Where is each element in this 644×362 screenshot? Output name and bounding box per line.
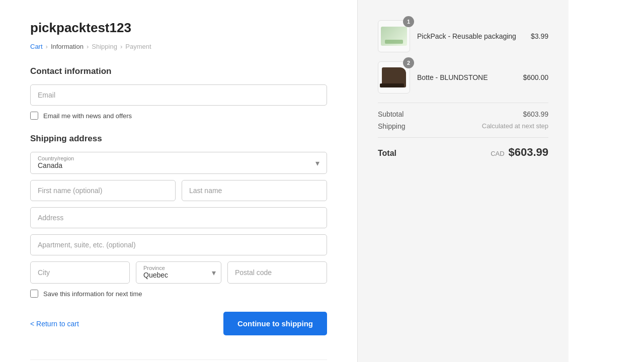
item-info-1: Botte - BLUNDSTONE bbox=[417, 73, 516, 81]
actions-row: < Return to cart Continue to shipping bbox=[30, 312, 327, 335]
breadcrumb-sep-3: › bbox=[120, 43, 122, 50]
last-name-field[interactable] bbox=[182, 180, 327, 201]
item-price-0: $3.99 bbox=[531, 32, 548, 40]
province-chevron-icon: ▾ bbox=[212, 268, 216, 278]
province-value: Quebec bbox=[143, 271, 168, 279]
first-name-field[interactable] bbox=[30, 180, 176, 201]
item-info-0: PickPack - Reusable packaging bbox=[417, 32, 524, 40]
item-price-1: $600.00 bbox=[523, 73, 548, 81]
save-checkbox[interactable] bbox=[30, 290, 38, 298]
contact-title: Contact information bbox=[30, 66, 327, 76]
total-amount-wrapper: CAD $603.99 bbox=[491, 146, 548, 159]
order-divider bbox=[378, 103, 548, 103]
city-field[interactable] bbox=[30, 261, 130, 284]
item-img-wrapper-0: 1 bbox=[378, 20, 410, 52]
item-name-1: Botte - BLUNDSTONE bbox=[417, 73, 516, 81]
save-label: Save this information for next time bbox=[43, 290, 142, 298]
address-field[interactable] bbox=[30, 207, 327, 228]
order-item-1: 2 Botte - BLUNDSTONE $600.00 bbox=[378, 61, 548, 94]
breadcrumb-shipping: Shipping bbox=[92, 43, 117, 50]
country-value: Canada bbox=[38, 161, 62, 169]
news-label: Email me with news and offers bbox=[43, 112, 132, 120]
save-checkbox-row: Save this information for next time bbox=[30, 290, 327, 298]
total-currency: CAD bbox=[491, 150, 504, 157]
country-select[interactable]: Country/region Canada ▾ bbox=[30, 152, 327, 174]
shipping-value: Calculated at next step bbox=[482, 122, 548, 130]
footer-text: All rights reserved pickpacktest123 bbox=[30, 359, 327, 362]
postal-field[interactable] bbox=[227, 261, 327, 284]
apartment-group bbox=[30, 234, 327, 255]
email-field[interactable] bbox=[30, 84, 327, 106]
province-label: Province bbox=[143, 265, 214, 271]
total-amount: $603.99 bbox=[508, 146, 548, 158]
item-img-wrapper-1: 2 bbox=[378, 61, 410, 94]
city-province-postal-row: Province Quebec ▾ bbox=[30, 261, 327, 284]
chevron-down-icon: ▾ bbox=[315, 158, 319, 168]
item-name-0: PickPack - Reusable packaging bbox=[417, 32, 524, 40]
country-group: Country/region Canada ▾ bbox=[30, 152, 327, 174]
breadcrumb: Cart › Information › Shipping › Payment bbox=[30, 43, 327, 50]
shipping-label: Shipping bbox=[378, 122, 406, 130]
breadcrumb-information: Information bbox=[51, 43, 84, 50]
news-checkbox[interactable] bbox=[30, 112, 38, 120]
pickpack-image bbox=[381, 27, 407, 46]
order-divider-2 bbox=[378, 137, 548, 138]
apartment-field[interactable] bbox=[30, 234, 327, 255]
address-group bbox=[30, 207, 327, 228]
news-checkbox-row: Email me with news and offers bbox=[30, 112, 327, 120]
province-select[interactable]: Province Quebec ▾ bbox=[136, 261, 221, 284]
order-items-list: 1 PickPack - Reusable packaging $3.99 2 … bbox=[378, 20, 548, 94]
shipping-title: Shipping address bbox=[30, 134, 327, 144]
subtotal-row: Subtotal $603.99 bbox=[378, 110, 548, 118]
item-badge-1: 2 bbox=[403, 57, 414, 68]
order-summary-panel: 1 PickPack - Reusable packaging $3.99 2 … bbox=[357, 0, 569, 362]
subtotal-value: $603.99 bbox=[523, 110, 548, 118]
breadcrumb-sep-2: › bbox=[87, 43, 89, 50]
country-label: Country/region bbox=[38, 155, 319, 161]
continue-to-shipping-button[interactable]: Continue to shipping bbox=[223, 312, 327, 335]
order-item-0: 1 PickPack - Reusable packaging $3.99 bbox=[378, 20, 548, 52]
email-group bbox=[30, 84, 327, 106]
shipping-row: Shipping Calculated at next step bbox=[378, 122, 548, 130]
left-panel: pickpacktest123 Cart › Information › Shi… bbox=[0, 0, 357, 362]
breadcrumb-sep-1: › bbox=[46, 43, 48, 50]
breadcrumb-cart[interactable]: Cart bbox=[30, 43, 43, 50]
item-badge-0: 1 bbox=[403, 16, 414, 27]
store-name: pickpacktest123 bbox=[30, 20, 327, 36]
subtotal-label: Subtotal bbox=[378, 110, 404, 118]
return-to-cart-link[interactable]: < Return to cart bbox=[30, 320, 79, 328]
total-row: Total CAD $603.99 bbox=[378, 146, 548, 159]
name-row bbox=[30, 180, 327, 201]
boot-image bbox=[382, 67, 406, 87]
total-label: Total bbox=[378, 149, 396, 158]
breadcrumb-payment: Payment bbox=[125, 43, 151, 50]
